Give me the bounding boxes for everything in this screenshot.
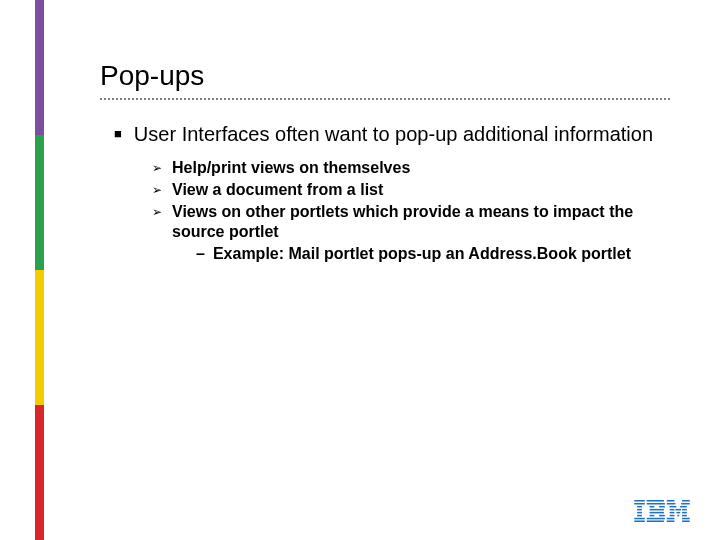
svg-rect-19 [682,500,690,502]
svg-rect-5 [637,515,642,517]
svg-rect-17 [647,520,664,522]
title-separator [100,98,670,100]
svg-rect-15 [659,515,665,517]
dash-bullet-icon: – [196,244,205,264]
sub-bullet-text: Help/print views on themselves [172,158,410,178]
arrow-bullet-icon: ➢ [152,158,162,178]
sub-bullet: ➢ Help/print views on themselves [152,158,680,178]
sub-bullet-list: ➢ Help/print views on themselves ➢ View … [152,158,680,264]
svg-rect-4 [637,512,642,514]
sub-bullet-body: Views on other portlets which provide a … [172,202,680,264]
sub-bullet: ➢ View a document from a list [152,180,680,200]
example-bullet: – Example: Mail portlet pops-up an Addre… [196,244,680,264]
slide: Pop-ups ■ User Interfaces often want to … [0,0,720,540]
square-bullet-icon: ■ [114,122,122,146]
svg-rect-21 [681,503,690,505]
svg-rect-36 [682,520,690,522]
svg-rect-24 [670,509,675,511]
bar-segment-purple [35,0,44,135]
svg-rect-34 [682,518,690,520]
svg-rect-3 [637,509,642,511]
svg-rect-30 [670,515,675,517]
svg-rect-27 [670,512,675,514]
slide-title: Pop-ups [100,60,680,92]
side-color-bar [35,0,44,540]
svg-rect-31 [677,515,679,517]
svg-rect-6 [634,518,645,520]
arrow-bullet-icon: ➢ [152,202,162,222]
sub-bullet-text: Views on other portlets which provide a … [172,203,633,240]
svg-rect-22 [670,506,677,508]
svg-rect-13 [650,512,664,514]
svg-rect-25 [675,509,681,511]
svg-rect-1 [634,503,645,505]
svg-rect-23 [680,506,687,508]
bar-segment-green [35,135,44,270]
arrow-bullet-icon: ➢ [152,180,162,200]
svg-rect-18 [667,500,675,502]
ibm-logo [634,500,690,522]
svg-rect-7 [634,520,645,522]
sub-bullet-text: View a document from a list [172,180,383,200]
main-bullet: ■ User Interfaces often want to pop-up a… [114,122,680,146]
svg-rect-2 [637,506,642,508]
svg-rect-29 [682,512,687,514]
svg-rect-14 [650,515,655,517]
bar-segment-red [35,405,44,540]
svg-rect-9 [647,503,665,505]
svg-rect-32 [682,515,687,517]
ibm-logo-icon [634,500,690,522]
svg-rect-33 [667,518,675,520]
svg-rect-8 [647,500,664,502]
svg-rect-26 [682,509,687,511]
svg-rect-16 [647,518,665,520]
svg-rect-12 [650,509,664,511]
svg-rect-0 [634,500,645,502]
content-area: Pop-ups ■ User Interfaces often want to … [100,60,680,266]
svg-rect-11 [659,506,665,508]
svg-rect-10 [650,506,655,508]
sub-bullet: ➢ Views on other portlets which provide … [152,202,680,264]
example-text: Example: Mail portlet pops-up an Address… [213,244,631,264]
bar-segment-yellow [35,270,44,405]
svg-rect-20 [667,503,676,505]
svg-rect-35 [667,520,675,522]
svg-rect-28 [676,512,680,514]
main-bullet-text: User Interfaces often want to pop-up add… [134,122,653,146]
